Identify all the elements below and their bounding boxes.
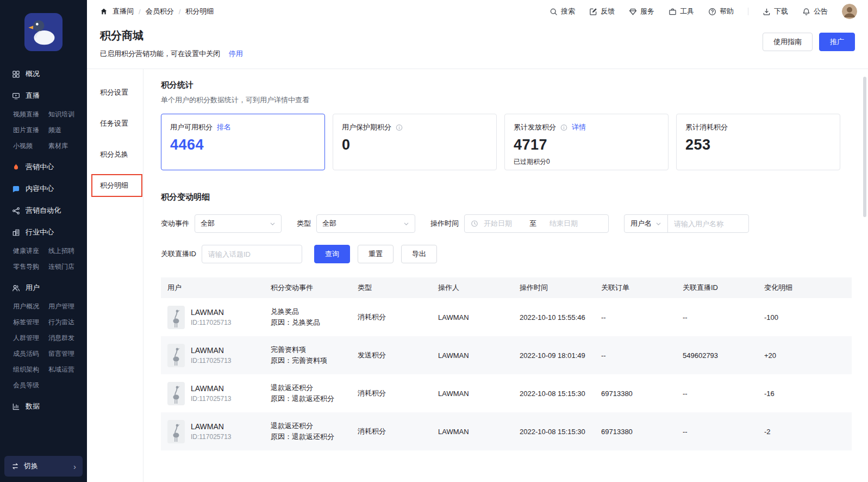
user-avatar: [167, 420, 185, 443]
sidebar-item-overview[interactable]: 概况: [0, 63, 87, 85]
sidebar-subitem[interactable]: 连锁门店: [48, 259, 84, 275]
user-avatar-menu[interactable]: [842, 4, 857, 19]
sidebar-subitem[interactable]: 会员等级: [13, 378, 48, 393]
sidebar-item-marketing-center[interactable]: 营销中心: [0, 156, 87, 178]
stat-card-link[interactable]: 详情: [572, 122, 586, 132]
sidebar-subitem[interactable]: 素材库: [48, 138, 84, 154]
subnav-item-label: 任务设置: [100, 119, 128, 127]
live-id-input[interactable]: [202, 245, 302, 263]
operate-time: 2022-10-08 15:15:30: [520, 428, 585, 436]
date-to-label: 至: [529, 219, 536, 228]
sidebar-subitem[interactable]: 用户管理: [48, 299, 84, 314]
table-row[interactable]: LAWMANID:117025713退款返还积分原因：退款返还积分消耗积分LAW…: [161, 412, 852, 450]
sidebar-subitem[interactable]: 消息群发: [48, 330, 84, 346]
topbar-action-feedback[interactable]: 反馈: [589, 7, 615, 16]
event-filter-label: 变动事件: [161, 219, 189, 228]
breadcrumb: 直播间/会员积分/积分明细: [100, 7, 214, 16]
username-field-select[interactable]: 用户名: [625, 215, 668, 232]
export-button[interactable]: 导出: [401, 245, 437, 263]
sidebar-subitem[interactable]: 成员活码: [13, 346, 48, 362]
sidebar-subitem[interactable]: 用户概况: [13, 299, 48, 314]
sidebar-subitem[interactable]: 视频直播: [13, 107, 48, 122]
chevron-right-icon: ›: [73, 462, 76, 471]
date-range-picker[interactable]: 开始日期 至 结束日期: [464, 214, 609, 233]
type-select[interactable]: 全部: [316, 214, 415, 233]
user-name: LAWMAN: [191, 422, 232, 431]
sidebar-subitem[interactable]: 频道: [48, 122, 84, 138]
table-header: 操作时间: [513, 277, 595, 298]
reset-button[interactable]: 重置: [358, 245, 394, 263]
sidebar-item-data[interactable]: 数据: [0, 396, 87, 417]
main-area: 直播间/会员积分/积分明细 搜索反馈服务工具帮助下载公告 积分商城 已启用积分营…: [87, 0, 868, 482]
topbar-action-download[interactable]: 下载: [763, 7, 788, 16]
sidebar-item-live[interactable]: 直播: [0, 85, 87, 107]
marketing-icon: [12, 163, 20, 171]
table-row[interactable]: LAWMANID:117025713退款返还积分原因：退款返还积分消耗积分LAW…: [161, 374, 852, 412]
sidebar-item-marketing-automation[interactable]: 营销自动化: [0, 200, 87, 221]
scrollbar-thumb[interactable]: [863, 77, 866, 217]
table-header: 类型: [351, 277, 432, 298]
page-subtitle: 已启用积分营销功能，可在设置中关闭: [100, 50, 220, 58]
live-id-label: 关联直播ID: [161, 249, 196, 259]
stat-card-protected[interactable]: 用户保护期积分0: [333, 114, 497, 170]
breadcrumb-item[interactable]: 会员积分: [146, 7, 174, 16]
info-icon: [560, 124, 567, 131]
stat-card-consumed[interactable]: 累计消耗积分253: [676, 114, 840, 170]
breadcrumb-separator: /: [139, 8, 141, 16]
table-body: LAWMANID:117025713兑换奖品原因：兑换奖品消耗积分LAWMAN2…: [161, 298, 852, 450]
sidebar-subitem[interactable]: 标签管理: [13, 314, 48, 330]
breadcrumb-item[interactable]: 积分明细: [185, 7, 214, 16]
topbar-action-service[interactable]: 服务: [629, 7, 654, 16]
app-logo[interactable]: [24, 13, 63, 51]
topbar-action-help[interactable]: 帮助: [708, 7, 734, 16]
disable-link[interactable]: 停用: [229, 50, 243, 58]
subnav-item-tasks[interactable]: 任务设置: [87, 112, 143, 135]
promote-button[interactable]: 推广: [819, 33, 855, 51]
download-icon: [763, 8, 771, 16]
table-row[interactable]: LAWMANID:117025713完善资料项原因：完善资料项发送积分LAWMA…: [161, 336, 852, 374]
username-input[interactable]: [668, 215, 748, 232]
sidebar-subitem[interactable]: 行为雷达: [48, 314, 84, 330]
related-live-id: 549602793: [683, 351, 718, 360]
sidebar-subitem[interactable]: 小视频: [13, 138, 48, 154]
sidebar-subitem[interactable]: 图片直播: [13, 122, 48, 138]
stat-card-link[interactable]: 排名: [217, 122, 231, 132]
event-select[interactable]: 全部: [195, 214, 282, 233]
data-icon: [12, 403, 20, 411]
breadcrumb-item[interactable]: 直播间: [113, 7, 134, 16]
topbar-action-tools[interactable]: 工具: [669, 7, 694, 16]
sidebar-subitem[interactable]: 私域运营: [48, 362, 84, 378]
stat-card-value: 4464: [170, 137, 316, 153]
chevron-down-icon: [403, 221, 409, 227]
service-icon: [629, 8, 637, 16]
stat-card-label: 累计消耗积分: [685, 122, 728, 132]
sidebar-menu: 概况直播视频直播知识培训图片直播频道小视频素材库营销中心内容中心营销自动化行业中…: [0, 58, 87, 452]
guide-button[interactable]: 使用指南: [763, 33, 813, 51]
sidebar-subitem[interactable]: 知识培训: [48, 107, 84, 122]
subnav-item-settings[interactable]: 积分设置: [87, 81, 143, 104]
sidebar-subitem[interactable]: 健康讲座: [13, 243, 48, 259]
username-filter: 用户名: [624, 214, 749, 233]
sidebar-subitem[interactable]: 组织架构: [13, 362, 48, 378]
sidebar-subitem[interactable]: 线上招聘: [48, 243, 84, 259]
topbar-action-announcement[interactable]: 公告: [802, 7, 828, 16]
points-type: 消耗积分: [358, 427, 386, 435]
feedback-icon: [589, 8, 597, 16]
sidebar-switch[interactable]: 切换 ›: [4, 456, 83, 477]
stat-card-available[interactable]: 用户可用积分排名4464: [161, 114, 325, 170]
detail-title: 积分变动明细: [161, 192, 852, 202]
topbar-action-search[interactable]: 搜索: [549, 7, 575, 16]
table-row[interactable]: LAWMANID:117025713兑换奖品原因：兑换奖品消耗积分LAWMAN2…: [161, 298, 852, 336]
sidebar-item-users[interactable]: 用户: [0, 277, 87, 299]
sidebar-subitem[interactable]: 零售导购: [13, 259, 48, 275]
topbar-action-label: 公告: [814, 7, 828, 16]
sidebar-subitem[interactable]: 人群管理: [13, 330, 48, 346]
query-button[interactable]: 查询: [314, 245, 350, 263]
subnav-item-exchange[interactable]: 积分兑换: [87, 143, 143, 166]
subnav-item-label: 积分设置: [100, 88, 128, 96]
sidebar-item-content-center[interactable]: 内容中心: [0, 178, 87, 200]
stat-card-issued[interactable]: 累计发放积分详情4717已过期积分0: [504, 114, 669, 170]
sidebar-item-industry-center[interactable]: 行业中心: [0, 221, 87, 243]
sidebar-subitem[interactable]: 留言管理: [48, 346, 84, 362]
subnav-item-detail[interactable]: 积分明细: [87, 174, 143, 197]
